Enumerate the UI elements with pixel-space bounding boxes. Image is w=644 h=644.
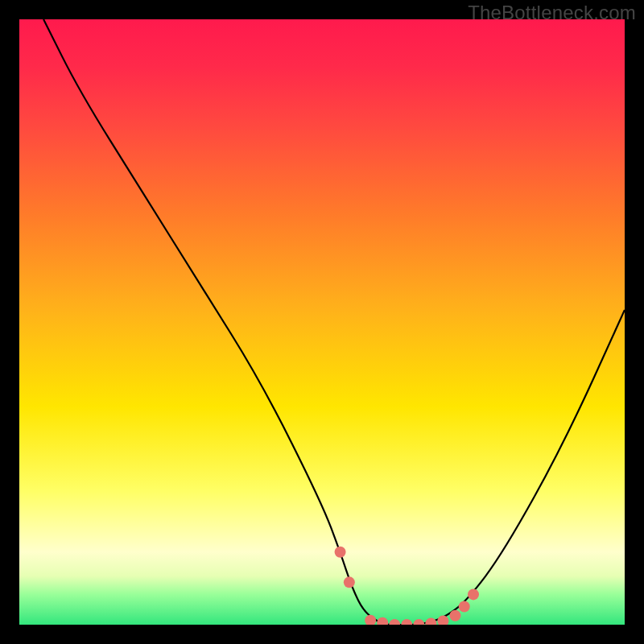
- attribution-text: TheBottleneck.com: [468, 2, 636, 24]
- chart-plot-area: [19, 19, 625, 625]
